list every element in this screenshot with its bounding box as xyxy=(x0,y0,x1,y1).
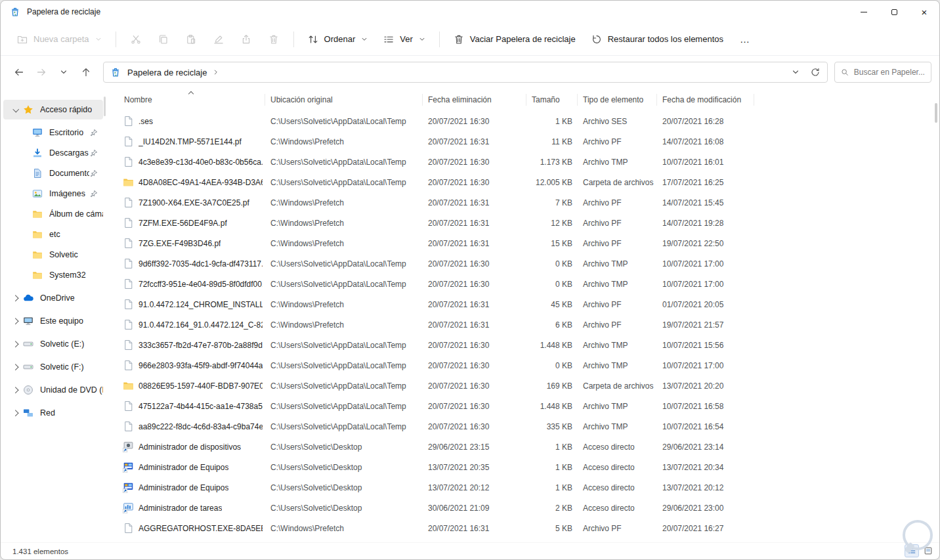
vertical-scrollbar[interactable] xyxy=(934,95,938,540)
sidebar-item[interactable]: System32 xyxy=(3,265,103,285)
sidebar-item[interactable]: Este equipo xyxy=(3,311,103,331)
more-options-button[interactable]: … xyxy=(732,31,758,47)
sidebar-item[interactable]: Documentos xyxy=(3,163,103,183)
sidebar-item[interactable]: Solvetic xyxy=(3,245,103,265)
expand-chevron-icon[interactable] xyxy=(19,229,31,240)
expand-chevron-icon[interactable] xyxy=(19,168,31,179)
deletion-date: 20/07/2021 16:30 xyxy=(423,422,526,431)
details-view-button[interactable] xyxy=(905,544,919,557)
table-row[interactable]: 475122a7-4b44-415c-aa1e-4738a5c... C:\Us… xyxy=(106,396,939,416)
cut-button[interactable] xyxy=(123,28,149,51)
expand-chevron-icon[interactable] xyxy=(19,270,31,280)
view-button[interactable]: Ver xyxy=(376,30,433,49)
file-name-cell: AGGREGATORHOST.EXE-8DA5EB72... xyxy=(119,523,265,534)
sidebar-item[interactable]: Imágenes xyxy=(3,184,103,204)
search-input[interactable] xyxy=(854,68,925,77)
share-button[interactable] xyxy=(233,28,259,51)
table-row[interactable]: 4c3e8e39-c13d-40e0-b83c-0b56ca... C:\Use… xyxy=(106,152,939,172)
table-row[interactable]: 4D8A08EC-49A1-4AEA-934B-D3A6... C:\Users… xyxy=(106,172,939,192)
sidebar-item[interactable]: Unidad de DVD (D:) xyxy=(3,380,103,400)
sidebar-item[interactable]: etc xyxy=(3,225,103,244)
delete-button[interactable] xyxy=(261,28,287,51)
address-bar[interactable]: Papelera de reciclaje xyxy=(103,62,828,83)
expand-chevron-icon[interactable] xyxy=(19,249,31,260)
expand-chevron-icon[interactable] xyxy=(10,293,22,303)
sort-button[interactable]: Ordenar xyxy=(301,30,375,49)
paste-icon xyxy=(186,34,196,45)
deletion-date: 20/07/2021 16:30 xyxy=(423,280,526,289)
forward-button[interactable] xyxy=(31,62,52,83)
expand-chevron-icon[interactable] xyxy=(19,127,31,138)
sidebar-item[interactable]: Solvetic (F:) xyxy=(3,357,103,377)
copy-icon xyxy=(158,34,169,45)
new-folder-button[interactable]: Nueva carpeta xyxy=(10,30,109,49)
scrollbar-thumb[interactable] xyxy=(935,103,937,123)
table-row[interactable]: 72fccff3-951e-4e04-89d5-8f0dfdf00... C:\… xyxy=(106,274,939,294)
table-row[interactable]: Administrador de tareas C:\Users\Solveti… xyxy=(106,498,939,518)
expand-chevron-icon[interactable] xyxy=(10,385,22,395)
navigation-pane: Acceso rápido Escritorio Descargas xyxy=(1,89,106,542)
table-row[interactable]: 7ZFM.EXE-56DE4F9A.pf C:\Windows\Prefetch… xyxy=(106,213,939,233)
file-size: 6 KB xyxy=(526,320,578,330)
file-size: 12.005 KB xyxy=(526,178,578,187)
column-header[interactable]: Fecha eliminación xyxy=(423,94,526,106)
sidebar-item[interactable]: Red xyxy=(3,403,103,423)
address-dropdown-icon[interactable] xyxy=(792,68,800,76)
expand-chevron-icon[interactable] xyxy=(10,316,22,326)
column-header[interactable]: Fecha de modificación xyxy=(657,94,754,106)
table-row[interactable]: 7ZG.EXE-F49B3D46.pf C:\Windows\Prefetch … xyxy=(106,233,939,253)
sidebar-item[interactable]: Solvetic (E:) xyxy=(3,334,103,354)
maximize-button[interactable] xyxy=(879,1,909,23)
table-row[interactable]: _IU14D2N.TMP-5571E144.pf C:\Windows\Pref… xyxy=(106,131,939,152)
sidebar-item[interactable]: Escritorio xyxy=(3,123,103,142)
file-type-icon xyxy=(123,462,134,473)
table-row[interactable]: Administrador de Equipos C:\Users\Solvet… xyxy=(106,477,939,498)
sidebar-item[interactable]: OneDrive xyxy=(3,288,103,308)
sidebar-item[interactable]: Álbum de cámara xyxy=(3,204,103,224)
column-header[interactable]: Tipo de elemento xyxy=(578,94,657,106)
up-button[interactable] xyxy=(75,62,96,83)
column-header[interactable]: Tamaño xyxy=(526,94,578,106)
refresh-icon[interactable] xyxy=(810,67,821,77)
expand-chevron-icon[interactable] xyxy=(10,104,22,115)
breadcrumb-item[interactable]: Papelera de reciclaje xyxy=(127,68,207,77)
expand-chevron-icon[interactable] xyxy=(19,188,31,199)
sidebar-item[interactable]: Acceso rápido xyxy=(3,100,103,119)
table-row[interactable]: .ses C:\Users\Solvetic\AppData\Local\Tem… xyxy=(106,111,939,131)
copy-button[interactable] xyxy=(150,28,177,51)
table-row[interactable]: AGGREGATORHOST.EXE-8DA5EB72... C:\Window… xyxy=(106,518,939,538)
status-bar: 1.431 elementos xyxy=(1,542,939,559)
table-row[interactable]: Administrador de Equipos C:\Users\Solvet… xyxy=(106,457,939,477)
new-folder-icon xyxy=(17,34,28,45)
restore-all-button[interactable]: Restaurar todos los elementos xyxy=(584,30,731,49)
expand-chevron-icon[interactable] xyxy=(19,148,31,158)
minimize-button[interactable] xyxy=(849,1,879,23)
file-type-icon xyxy=(123,339,134,351)
file-type-icon xyxy=(123,319,134,330)
table-row[interactable]: 9d6ff392-7035-4dc1-9cfa-df473117... C:\U… xyxy=(106,253,939,274)
expand-chevron-icon[interactable] xyxy=(10,408,22,418)
large-icons-view-button[interactable] xyxy=(921,544,935,557)
expand-chevron-icon[interactable] xyxy=(10,339,22,349)
recent-locations-button[interactable] xyxy=(53,62,74,83)
rename-button[interactable] xyxy=(205,28,232,51)
paste-button[interactable] xyxy=(178,28,204,51)
table-row[interactable]: 966e2803-93fa-45f9-abdf-9f74044a... C:\U… xyxy=(106,355,939,376)
table-row[interactable]: 91.0.4472.164_91.0.4472.124_C-82C... C:\… xyxy=(106,314,939,335)
table-row[interactable]: 333c3657-fb2d-47e7-870b-2a88f9d... C:\Us… xyxy=(106,335,939,355)
close-button[interactable]: × xyxy=(909,1,939,23)
table-row[interactable]: 91.0.4472.124_CHROME_INSTALLE-... C:\Win… xyxy=(106,294,939,314)
modification-date: 10/07/2021 16:54 xyxy=(657,422,754,431)
table-row[interactable]: 7Z1900-X64.EXE-3A7C0E25.pf C:\Windows\Pr… xyxy=(106,192,939,213)
sidebar-item[interactable]: Descargas xyxy=(3,143,103,163)
table-row[interactable]: 08826E95-1597-440F-BDB7-907E06... C:\Use… xyxy=(106,376,939,396)
column-header[interactable]: Ubicación original xyxy=(265,94,423,106)
search-box[interactable] xyxy=(834,62,931,83)
table-row[interactable]: aa89c222-f8dc-4c6d-83a4-c9ba74e... C:\Us… xyxy=(106,416,939,437)
breadcrumb-chevron-icon[interactable] xyxy=(213,69,219,75)
back-button[interactable] xyxy=(9,62,30,83)
table-row[interactable]: Administrador de dispositivos C:\Users\S… xyxy=(106,437,939,457)
empty-recycle-bin-button[interactable]: Vaciar Papelera de reciclaje xyxy=(446,30,583,49)
expand-chevron-icon[interactable] xyxy=(10,362,22,372)
expand-chevron-icon[interactable] xyxy=(19,209,31,219)
